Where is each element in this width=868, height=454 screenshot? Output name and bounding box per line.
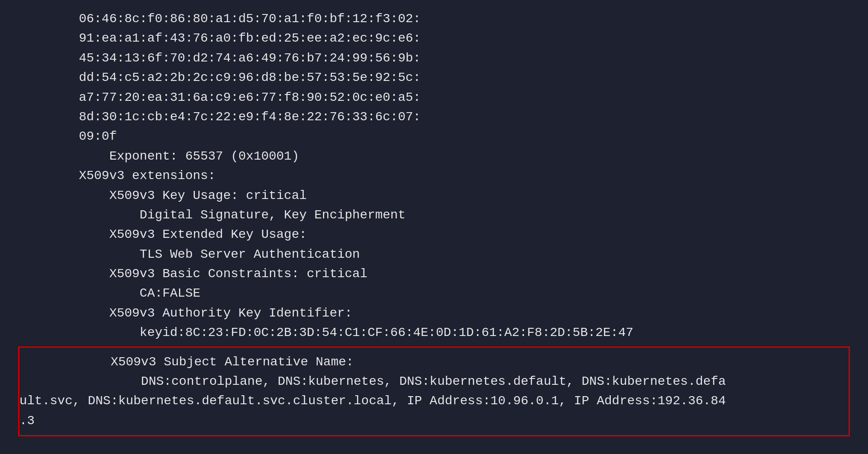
terminal-line: X509v3 extensions:	[18, 166, 850, 185]
terminal-line: keyid:8C:23:FD:0C:2B:3D:54:C1:CF:66:4E:0…	[18, 323, 850, 342]
terminal-line: X509v3 Authority Key Identifier:	[18, 303, 850, 323]
highlighted-terminal-line: .3	[19, 411, 849, 430]
highlighted-terminal-line: ult.svc, DNS:kubernetes.default.svc.clus…	[19, 391, 849, 411]
terminal-line: Digital Signature, Key Encipherment	[18, 205, 850, 225]
terminal-line: X509v3 Basic Constraints: critical	[18, 264, 850, 284]
highlighted-section: X509v3 Subject Alternative Name: DNS:con…	[18, 346, 850, 437]
terminal-line: 06:46:8c:f0:86:80:a1:d5:70:a1:f0:bf:12:f…	[18, 9, 850, 28]
terminal-line: TLS Web Server Authentication	[18, 245, 850, 264]
terminal-line: dd:54:c5:a2:2b:2c:c9:96:d8:be:57:53:5e:9…	[18, 68, 850, 87]
lines-above: 06:46:8c:f0:86:80:a1:d5:70:a1:f0:bf:12:f…	[18, 9, 850, 343]
terminal-line: 91:ea:a1:af:43:76:a0:fb:ed:25:ee:a2:ec:9…	[18, 28, 850, 48]
terminal-line: 8d:30:1c:cb:e4:7c:22:e9:f4:8e:22:76:33:6…	[18, 107, 850, 127]
terminal-content: 06:46:8c:f0:86:80:a1:d5:70:a1:f0:bf:12:f…	[18, 9, 850, 436]
terminal-container: 06:46:8c:f0:86:80:a1:d5:70:a1:f0:bf:12:f…	[0, 0, 868, 454]
terminal-line: Exponent: 65537 (0x10001)	[18, 147, 850, 166]
terminal-line: X509v3 Extended Key Usage:	[18, 225, 850, 244]
terminal-line: 45:34:13:6f:70:d2:74:a6:49:76:b7:24:99:5…	[18, 48, 850, 68]
terminal-line: X509v3 Key Usage: critical	[18, 186, 850, 205]
terminal-line: CA:FALSE	[18, 284, 850, 303]
terminal-line: 09:0f	[18, 127, 850, 146]
terminal-line: a7:77:20:ea:31:6a:c9:e6:77:f8:90:52:0c:e…	[18, 88, 850, 107]
highlighted-terminal-line: DNS:controlplane, DNS:kubernetes, DNS:ku…	[19, 372, 849, 391]
highlighted-terminal-line: X509v3 Subject Alternative Name:	[19, 352, 849, 372]
